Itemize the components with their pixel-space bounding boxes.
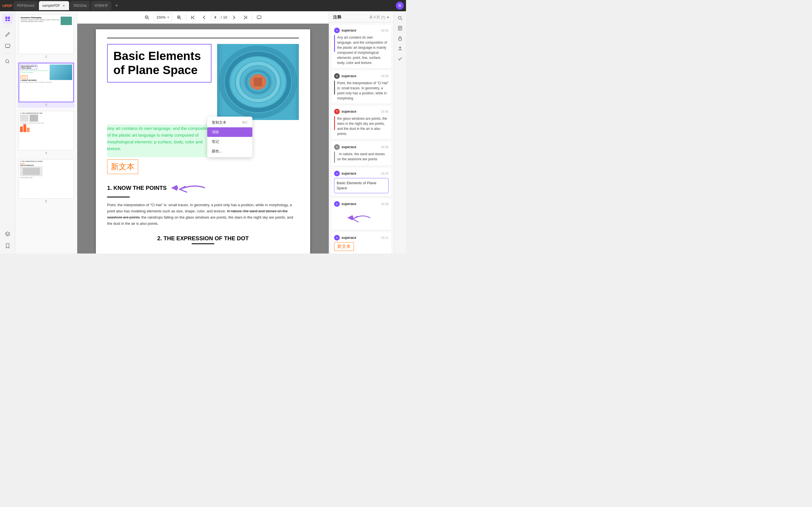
- tab-sample-pdf[interactable]: samplePDF ✕: [39, 1, 69, 10]
- comment-1-header: s superace 16:56: [334, 27, 389, 33]
- share-button[interactable]: [396, 44, 405, 53]
- pdf-to-doc-button[interactable]: [396, 24, 405, 33]
- comment-1: s superace 16:56 Any art contains its ow…: [331, 25, 391, 68]
- thumbnail-panel: Geometric Philosophy In geometry, mankin…: [15, 11, 77, 253]
- right-sidebar: [394, 11, 406, 253]
- comment-button[interactable]: [255, 13, 264, 22]
- tab-550324a-label: 550324a: [73, 4, 87, 8]
- comment-6-author: superace: [342, 202, 356, 206]
- comment-4-author: superace: [342, 145, 356, 149]
- app-logo: UPDF: [2, 1, 12, 11]
- thumbnail-num-4: 4: [18, 151, 73, 155]
- tunnel-svg: [217, 44, 299, 120]
- comment-count: (7): [381, 15, 385, 19]
- tab-huanke[interactable]: 环球科学: [91, 1, 111, 10]
- thumbnail-page-4[interactable]: 2. THE COMPOSITION OF THE In composition…: [17, 110, 75, 156]
- comment-5-input[interactable]: Basic Elements of Plane Space: [334, 178, 389, 193]
- comment-3-bar: [334, 116, 335, 130]
- svg-rect-24: [254, 78, 262, 86]
- thumbnail-page-2[interactable]: Geometric Philosophy In geometry, mankin…: [17, 13, 75, 59]
- svg-marker-29: [171, 185, 178, 191]
- comment-5-header: s superace 18:20: [334, 171, 389, 176]
- thumbnail-num-2: 2: [18, 55, 73, 58]
- next-page-button[interactable]: [230, 13, 239, 22]
- comment-3-body: the glass windows are points, the stars …: [334, 116, 389, 136]
- comment-1-bar: [334, 35, 335, 52]
- page-navigation: / 10: [211, 14, 227, 21]
- svg-rect-27: [220, 44, 222, 120]
- thumbnail-page-5[interactable]: 3. THE COMPOSITION OF POINTS String LINE…: [17, 158, 75, 204]
- thumbnail-img-5: 3. THE COMPOSITION OF POINTS String LINE…: [18, 159, 74, 199]
- tab-pdf-word[interactable]: PDF转word: [13, 1, 38, 10]
- comment-4-header: S superace 16:56: [334, 144, 389, 150]
- comment-4-body: . In nature, the sand and stones on the …: [334, 152, 389, 163]
- zoom-level: 150%: [156, 15, 165, 19]
- highlight-region: Any art contains its own language, and t…: [107, 124, 220, 157]
- section-underline: [107, 196, 130, 198]
- thumbnail-img-4: 2. THE COMPOSITION OF THE In composition…: [18, 111, 74, 151]
- sidebar-icon-edit[interactable]: [2, 29, 13, 40]
- page-number-input[interactable]: [211, 14, 220, 21]
- thumbnail-num-5: 5: [18, 200, 73, 203]
- comment-7-author: superace: [342, 236, 356, 240]
- thumbnail-num-3: 3: [18, 103, 73, 107]
- tab-550324a[interactable]: 550324a: [70, 1, 90, 10]
- comment-6-time: 16:58: [380, 202, 389, 206]
- thumbnail-page-3[interactable]: Basic Elements ofPlane Space Any art con…: [17, 62, 75, 108]
- tab-pdf-word-label: PDF转word: [17, 3, 35, 8]
- tab-close-button[interactable]: ✕: [62, 4, 66, 8]
- check-button[interactable]: [396, 54, 405, 63]
- zoom-selector[interactable]: 150% ▼: [154, 13, 172, 21]
- add-tab-button[interactable]: +: [112, 2, 120, 10]
- comment-7-avatar: s: [334, 235, 340, 240]
- svg-line-8: [148, 18, 149, 19]
- context-copy-label: 复制文本: [212, 120, 226, 125]
- last-page-button[interactable]: [241, 13, 250, 22]
- sidebar-icon-pages[interactable]: [2, 13, 13, 24]
- comment-7-header: s superace 18:21: [334, 235, 389, 240]
- new-text-box: 新文本: [107, 159, 138, 174]
- comment-1-author: superace: [342, 29, 356, 33]
- avatar[interactable]: G: [396, 2, 404, 10]
- sidebar-icon-layers[interactable]: [2, 229, 13, 239]
- sidebar-icon-comment[interactable]: [2, 41, 13, 52]
- main-layout: Geometric Philosophy In geometry, mankin…: [0, 11, 406, 253]
- lock-button[interactable]: [396, 34, 405, 43]
- purple-arrow-svg: [171, 181, 205, 195]
- section2-underline: [192, 243, 214, 244]
- comment-5-avatar: s: [334, 171, 340, 176]
- svg-point-31: [398, 16, 401, 19]
- comment-7-newtext: 新文本: [334, 242, 354, 251]
- context-note[interactable]: 笔记: [207, 137, 252, 147]
- context-color[interactable]: 颜色...: [207, 147, 252, 156]
- sidebar-icon-bookmark[interactable]: [2, 240, 13, 251]
- comments-area: s superace 16:56 Any art contains its ow…: [329, 22, 394, 253]
- thumbnail-img-3: Basic Elements ofPlane Space Any art con…: [18, 63, 74, 102]
- context-clear[interactable]: 清除: [207, 127, 252, 137]
- top-rule: [107, 38, 299, 38]
- context-copy[interactable]: 复制文本 ⌘C: [207, 118, 252, 127]
- content-area[interactable]: Basic Elements of Plane Space: [77, 24, 329, 253]
- toolbar-divider-2: [252, 14, 252, 21]
- comment-6-avatar: s: [334, 201, 340, 207]
- section-title-2: 2. THE EXPRESSION OF THE DOT: [107, 235, 299, 242]
- tab-huanke-label: 环球科学: [94, 3, 108, 8]
- zoom-in-button[interactable]: [174, 13, 184, 22]
- comment-2-body: Point, the interpretation of "Ci Hai" is…: [334, 80, 389, 101]
- sidebar-icon-search[interactable]: [2, 56, 13, 67]
- right-panel-title: 注释: [333, 15, 342, 20]
- svg-rect-2: [5, 20, 7, 21]
- comment-4-bar: [334, 152, 335, 163]
- comment-7: s superace 18:21 新文本: [331, 232, 391, 253]
- comment-3-time: 16:56: [380, 110, 389, 113]
- comment-arrow-svg: [347, 211, 375, 225]
- expand-comments-button[interactable]: ▼: [386, 15, 390, 19]
- prev-page-button[interactable]: [200, 13, 209, 22]
- zoom-dropdown-icon: ▼: [167, 16, 170, 19]
- pdf-title: Basic Elements of Plane Space: [113, 49, 205, 77]
- zoom-out-button[interactable]: [142, 13, 151, 22]
- search-panel-button[interactable]: [396, 13, 405, 22]
- comment-1-time: 16:56: [380, 29, 389, 32]
- first-page-button[interactable]: [188, 13, 197, 22]
- comment-3: T superace 16:56 the glass windows are p…: [331, 106, 391, 139]
